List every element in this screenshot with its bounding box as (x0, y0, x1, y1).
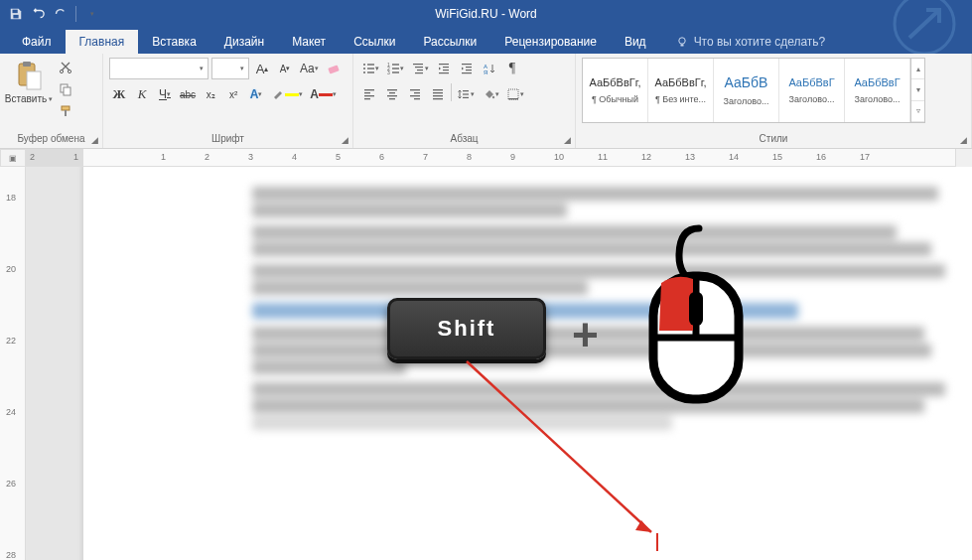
svg-rect-38 (462, 72, 472, 73)
grow-font-button[interactable]: A▴ (252, 58, 272, 79)
italic-button[interactable]: К (132, 83, 152, 105)
indent-increase-button[interactable] (457, 58, 477, 79)
tab-home[interactable]: Главная (66, 30, 139, 54)
title-bar: ▾ WiFiGid.RU - Word (0, 0, 972, 28)
styles-gallery[interactable]: АаБбВвГг,¶ Обычный АаБбВвГг,¶ Без инте..… (582, 58, 925, 123)
change-case-button[interactable]: Aa▾ (298, 58, 321, 79)
svg-rect-43 (364, 95, 374, 96)
show-marks-button[interactable]: ¶ (502, 58, 522, 79)
group-label-styles: Стили (582, 132, 965, 146)
paste-button[interactable]: Вставить▾ (6, 58, 52, 106)
vertical-ruler[interactable]: 182022242628 (0, 167, 26, 560)
svg-rect-7 (27, 71, 41, 89)
bold-button[interactable]: Ж (109, 83, 129, 105)
borders-button[interactable]: ▾ (504, 83, 526, 105)
svg-rect-51 (410, 95, 420, 96)
group-label-clipboard: Буфер обмена (6, 132, 96, 146)
highlight-button[interactable]: ▾ (269, 83, 305, 105)
borders-icon (506, 87, 520, 101)
svg-rect-6 (23, 62, 31, 67)
text-cursor (656, 533, 658, 551)
align-right-button[interactable] (405, 83, 425, 105)
svg-rect-27 (413, 64, 423, 65)
ruler-corner[interactable]: ▣ (0, 149, 26, 167)
svg-text:3: 3 (387, 70, 390, 75)
shading-button[interactable]: ▾ (480, 83, 501, 105)
font-name-combo[interactable]: ▾ (109, 58, 208, 79)
style-normal[interactable]: АаБбВвГг,¶ Обычный (583, 59, 648, 122)
tab-references[interactable]: Ссылки (340, 30, 409, 54)
style-heading2[interactable]: АаБбВвГЗаголово... (779, 59, 845, 122)
tab-design[interactable]: Дизайн (210, 30, 278, 54)
svg-rect-29 (417, 70, 423, 70)
svg-rect-46 (389, 92, 395, 93)
paragraph-dialog-launcher[interactable]: ◢ (561, 134, 573, 146)
svg-rect-0 (13, 10, 18, 14)
font-size-combo[interactable]: ▾ (211, 58, 249, 79)
svg-rect-31 (439, 64, 449, 65)
watermark-arrow-icon (855, 0, 964, 54)
svg-rect-61 (508, 89, 518, 99)
align-left-button[interactable] (359, 83, 379, 105)
font-color-button[interactable]: A▾ (308, 83, 339, 105)
format-painter-button[interactable] (56, 101, 75, 121)
svg-rect-55 (433, 95, 443, 96)
styles-dialog-launcher[interactable]: ◢ (957, 134, 969, 146)
cut-button[interactable] (56, 58, 75, 77)
brush-icon (59, 104, 72, 118)
style-heading1[interactable]: АаБбВЗаголово... (714, 59, 779, 122)
tab-mailings[interactable]: Рассылки (409, 30, 490, 54)
shrink-font-button[interactable]: A▾ (275, 58, 295, 79)
copy-button[interactable] (56, 79, 75, 99)
multilevel-button[interactable]: ▾ (409, 58, 431, 79)
font-dialog-launcher[interactable]: ◢ (339, 134, 350, 146)
bullets-icon (361, 62, 375, 75)
numbering-button[interactable]: 123▾ (384, 58, 406, 79)
line-spacing-button[interactable]: ▾ (455, 83, 477, 105)
align-center-button[interactable] (382, 83, 402, 105)
justify-icon (431, 87, 445, 101)
page[interactable] (83, 167, 972, 560)
svg-rect-32 (443, 67, 449, 68)
style-no-spacing[interactable]: АаБбВвГг,¶ Без инте... (648, 59, 714, 122)
qat-customize-icon[interactable]: ▾ (84, 6, 100, 22)
redo-icon[interactable] (52, 6, 68, 22)
bucket-icon (482, 87, 495, 101)
undo-icon[interactable] (30, 6, 46, 22)
tell-me-label: Что вы хотите сделать? (694, 35, 826, 49)
indent-decrease-button[interactable] (434, 58, 454, 79)
superscript-button[interactable]: x² (223, 83, 243, 105)
svg-rect-57 (463, 90, 469, 91)
svg-rect-54 (433, 92, 443, 93)
tab-review[interactable]: Рецензирование (490, 30, 611, 54)
multilevel-icon (411, 62, 425, 75)
styles-scroll[interactable]: ▴▾▿ (910, 59, 924, 122)
subscript-button[interactable]: x₂ (201, 83, 220, 105)
svg-point-15 (363, 64, 365, 66)
clipboard-dialog-launcher[interactable]: ◢ (88, 134, 100, 146)
strike-button[interactable]: abc (178, 83, 198, 105)
save-icon[interactable] (8, 6, 24, 22)
tab-layout[interactable]: Макет (278, 30, 340, 54)
group-clipboard: Вставить▾ Буфер обмена ◢ (0, 54, 103, 148)
document-area[interactable] (26, 167, 972, 560)
justify-button[interactable] (428, 83, 448, 105)
tab-file[interactable]: Файл (8, 30, 66, 54)
window-title: WiFiGid.RU - Word (435, 7, 536, 21)
sort-button[interactable]: AЯ (480, 58, 499, 79)
lightbulb-icon (676, 36, 688, 48)
tab-insert[interactable]: Вставка (138, 30, 210, 54)
svg-rect-24 (392, 68, 399, 69)
text-effects-button[interactable]: A▾ (246, 83, 266, 105)
group-label-paragraph: Абзац (359, 132, 569, 146)
horizontal-ruler[interactable]: 3211234567891011121314151617 (26, 149, 972, 167)
svg-rect-58 (463, 93, 469, 94)
clear-format-button[interactable] (324, 58, 344, 79)
tell-me-search[interactable]: Что вы хотите сделать? (666, 30, 836, 54)
tab-view[interactable]: Вид (611, 30, 660, 54)
underline-button[interactable]: Ч▾ (155, 83, 175, 105)
svg-point-2 (895, 0, 954, 54)
svg-point-19 (363, 71, 365, 73)
style-heading3[interactable]: АаБбВвГЗаголово... (845, 59, 910, 122)
bullets-button[interactable]: ▾ (359, 58, 381, 79)
